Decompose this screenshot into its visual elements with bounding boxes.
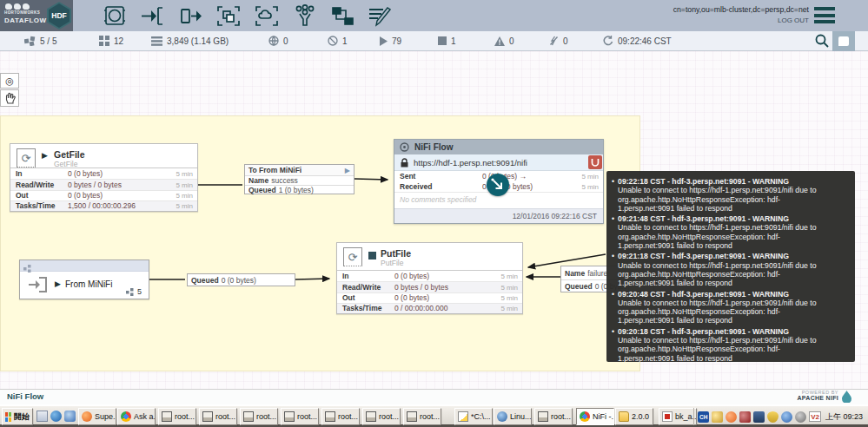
taskbar-button-label: root... (297, 412, 317, 421)
bulletin-entry: •09:20:18 CST - hdf-3.persp.net:9091 - W… (612, 327, 834, 362)
taskbar-button-root[interactable]: root... (534, 408, 573, 425)
taskbar-button-c[interactable]: *C:\... (454, 408, 493, 425)
pdf-icon (662, 411, 673, 422)
system-tray: CH V2 上午 09:23 (693, 408, 866, 425)
input-port-from-minifi[interactable]: ▶ From MiNiFi 5 (19, 259, 149, 299)
tray-icon[interactable] (712, 411, 723, 423)
taskbar-button-label: *C:\... (471, 412, 491, 421)
putty-icon (243, 411, 254, 422)
processor-type: PutFile (381, 259, 403, 267)
stat-active-threads-value: 12 (114, 36, 123, 46)
transmission-disabled-icon[interactable] (588, 155, 602, 169)
connection-minifi-to-putfile[interactable]: Queued0 (0 bytes) (187, 273, 295, 286)
tray-ime-icon[interactable]: CH (698, 411, 709, 423)
taskbar-button-supe[interactable]: Supe... (78, 408, 116, 425)
processor-stat-row: Tasks/Time0 / 00:00:00.0005 min (337, 303, 522, 313)
breadcrumb[interactable]: NiFi Flow (7, 391, 43, 401)
processor-getfile[interactable]: ⟳ ▶ GetFile GetFile In0 (0 bytes)5 minRe… (10, 143, 198, 212)
quicklaunch-ie-icon[interactable] (50, 411, 62, 422)
tray-icon[interactable] (726, 411, 737, 423)
stat-refresh[interactable]: 09:22:46 CST (603, 31, 672, 50)
folder-icon (619, 411, 629, 422)
taskbar-button-bka[interactable]: bk_a... (659, 408, 697, 425)
taskbar-button-root[interactable]: root... (240, 408, 278, 425)
add-remote-process-group-button[interactable] (254, 4, 280, 28)
processor-icon: ⟳ (343, 247, 362, 266)
add-processor-button[interactable] (102, 4, 128, 28)
taskbar-button-root[interactable]: root... (321, 408, 360, 425)
connection-name: success (271, 176, 298, 185)
taskbar-button-root[interactable]: root... (281, 408, 319, 425)
editor-icon (458, 411, 468, 422)
tray-v2-icon[interactable]: V2 (809, 411, 821, 422)
taskbar-button-label: root... (175, 412, 195, 421)
taskbar-button-root[interactable]: root... (403, 408, 441, 425)
tray-icon[interactable] (753, 411, 765, 423)
panel-toggle-button[interactable] (832, 31, 855, 51)
processor-stat-row: Read/Write0 bytes / 0 bytes5 min (10, 179, 197, 189)
connection-queued-label: Queued (248, 186, 276, 194)
taskbar-button-label: Ask a... (134, 412, 156, 421)
tray-volume-icon[interactable] (739, 411, 751, 423)
processor-title: GetFile (54, 149, 85, 160)
logout-link[interactable]: LOG OUT (778, 16, 809, 24)
taskbar-button-nifi[interactable]: NiFi -... (576, 408, 614, 425)
stat-queued: 3,849 (1.14 GB) (151, 31, 229, 50)
taskbar-button-root[interactable]: root... (362, 408, 401, 425)
navigate-tool-button[interactable]: ◎ (0, 73, 19, 89)
received-label: Received (400, 182, 482, 191)
processor-icon: ⟳ (17, 148, 36, 168)
quicklaunch-document-icon[interactable] (36, 411, 48, 422)
stat-connected-nodes-value: 5 / 5 (40, 36, 56, 46)
elephant-icon (14, 3, 21, 10)
windows-taskbar: 開始 Supe...Ask a...root...root...root...r… (0, 404, 868, 427)
select-tool-button[interactable] (0, 89, 19, 107)
taskbar-button-root[interactable]: root... (199, 408, 237, 425)
putty-icon (284, 411, 295, 422)
connection-queued: 0 (0 bytes) (222, 276, 256, 285)
tray-shield-icon[interactable] (767, 411, 779, 423)
brand-hortonworks: HORTONWORKS (4, 10, 40, 15)
quicklaunch-browser-icon[interactable] (64, 411, 76, 422)
flow-canvas[interactable]: ◎ ⟳ ▶ GetFile GetFile In0 (0 bytes)5 min… (0, 51, 868, 389)
sent-window: 5 min (570, 173, 603, 181)
taskbar-button-label: root... (338, 412, 358, 421)
taskbar-button-200[interactable]: 2.0.0 (615, 408, 653, 425)
remote-group-url-row: https://hdf-1.persp.net:9091/nifi (394, 154, 603, 171)
add-output-port-button[interactable] (179, 4, 205, 28)
add-input-port-button[interactable] (139, 4, 165, 28)
input-port-name: From MiNiFi (65, 279, 112, 289)
bulletin-board: •09:22:18 CST - hdf-3.persp.net:9091 - W… (606, 171, 855, 362)
taskbar-button-root[interactable]: root... (158, 408, 196, 425)
add-funnel-button[interactable] (292, 4, 318, 28)
lock-icon (401, 158, 408, 168)
cluster-icon (23, 265, 31, 273)
taskbar-button-label: root... (215, 412, 235, 421)
connection-name-label: Name (248, 176, 268, 185)
processor-stat-row: Out0 (0 bytes)5 min (337, 292, 522, 303)
sent-label: Sent (400, 172, 482, 181)
add-label-button[interactable] (367, 4, 393, 28)
tray-icon[interactable] (781, 411, 792, 423)
processor-putfile[interactable]: ⟳ PutFile PutFile In0 (0 bytes)5 minRead… (336, 242, 523, 314)
taskbar-button-aska[interactable]: Ask a... (117, 408, 156, 425)
brand-dataflow: DATAFLOW (4, 16, 47, 24)
expand-icon[interactable]: ▶ (345, 167, 350, 174)
menu-icon[interactable] (814, 7, 835, 23)
search-icon[interactable] (814, 33, 832, 49)
stat-queued-value: 3,849 (1.14 GB) (167, 36, 229, 46)
bulletin-entry: •09:20:48 CST - hdf-3.persp.net:9091 - W… (612, 290, 834, 325)
putty-icon (407, 411, 417, 422)
add-process-group-button[interactable] (215, 4, 242, 28)
putty-icon (325, 411, 335, 422)
add-template-button[interactable] (329, 4, 355, 28)
connection-to-from-minifi[interactable]: To From MiNiFi▶ Namesuccess Queued1 (0 b… (244, 164, 354, 194)
processor-stat-row: Read/Write0 bytes / 0 bytes5 min (337, 281, 522, 292)
tray-icon[interactable] (795, 411, 806, 423)
firefox-icon (82, 411, 92, 422)
input-port-icon (27, 275, 48, 294)
taskbar-button-linu[interactable]: Linu... (494, 408, 532, 425)
start-button[interactable]: 開始 (2, 408, 33, 425)
nifi-drop-icon (841, 391, 852, 403)
putty-icon (202, 411, 213, 422)
